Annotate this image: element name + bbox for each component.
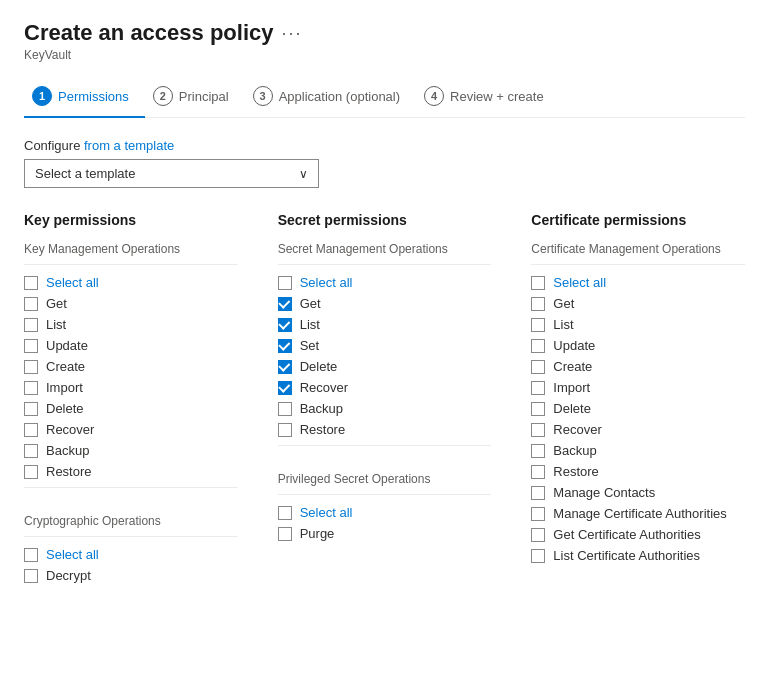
k-crypto-selectall-item[interactable]: Select all [24,547,238,562]
c-create-item[interactable]: Create [531,359,745,374]
s-set-item[interactable]: Set [278,338,492,353]
c-import-item[interactable]: Import [531,380,745,395]
tab-review-create[interactable]: 4 Review + create [416,78,560,118]
k-recover-item[interactable]: Recover [24,422,238,437]
k-update-item[interactable]: Update [24,338,238,353]
s-purge-checkbox[interactable] [278,527,292,541]
s-restore-item[interactable]: Restore [278,422,492,437]
k-list-checkbox[interactable] [24,318,38,332]
c-update-checkbox[interactable] [531,339,545,353]
tab-permissions[interactable]: 1 Permissions [24,78,145,118]
k-selectall-checkbox[interactable] [24,276,38,290]
secret-permissions-header: Secret permissions [278,212,492,228]
s-backup-checkbox[interactable] [278,402,292,416]
secret-mgmt-label: Secret Management Operations [278,242,492,256]
k-create-item[interactable]: Create [24,359,238,374]
step-4-circle: 4 [424,86,444,106]
tab-application[interactable]: 3 Application (optional) [245,78,416,118]
k-backup-item[interactable]: Backup [24,443,238,458]
s-get-checkbox[interactable] [278,297,292,311]
k-update-checkbox[interactable] [24,339,38,353]
k-backup-label: Backup [46,443,89,458]
c-backup-checkbox[interactable] [531,444,545,458]
c-restore-label: Restore [553,464,599,479]
tab-principal[interactable]: 2 Principal [145,78,245,118]
k-import-checkbox[interactable] [24,381,38,395]
c-listca-item[interactable]: List Certificate Authorities [531,548,745,563]
c-backup-item[interactable]: Backup [531,443,745,458]
c-recover-checkbox[interactable] [531,423,545,437]
c-getca-item[interactable]: Get Certificate Authorities [531,527,745,542]
c-selectall-item[interactable]: Select all [531,275,745,290]
s-get-label: Get [300,296,321,311]
s-selectall-checkbox[interactable] [278,276,292,290]
c-update-item[interactable]: Update [531,338,745,353]
c-managecontacts-checkbox[interactable] [531,486,545,500]
c-selectall-label: Select all [553,275,606,290]
tab-application-label: Application (optional) [279,89,400,104]
k-delete-item[interactable]: Delete [24,401,238,416]
c-get-checkbox[interactable] [531,297,545,311]
key-crypto-label: Cryptographic Operations [24,514,238,528]
c-restore-checkbox[interactable] [531,465,545,479]
c-restore-item[interactable]: Restore [531,464,745,479]
s-delete-checkbox[interactable] [278,360,292,374]
k-create-checkbox[interactable] [24,360,38,374]
s-priv-selectall-item[interactable]: Select all [278,505,492,520]
c-managecontacts-item[interactable]: Manage Contacts [531,485,745,500]
s-set-checkbox[interactable] [278,339,292,353]
k-decrypt-item[interactable]: Decrypt [24,568,238,583]
ellipsis-menu[interactable]: ··· [281,23,302,44]
k-update-label: Update [46,338,88,353]
s-get-item[interactable]: Get [278,296,492,311]
k-delete-checkbox[interactable] [24,402,38,416]
tab-principal-label: Principal [179,89,229,104]
template-dropdown[interactable]: Select a template ∨ [24,159,319,188]
s-priv-selectall-checkbox[interactable] [278,506,292,520]
k-get-checkbox[interactable] [24,297,38,311]
c-selectall-checkbox[interactable] [531,276,545,290]
c-getca-checkbox[interactable] [531,528,545,542]
c-delete-checkbox[interactable] [531,402,545,416]
key-mgmt-label: Key Management Operations [24,242,238,256]
k-list-item[interactable]: List [24,317,238,332]
tab-review-create-label: Review + create [450,89,544,104]
c-manageca-item[interactable]: Manage Certificate Authorities [531,506,745,521]
k-recover-checkbox[interactable] [24,423,38,437]
k-decrypt-label: Decrypt [46,568,91,583]
k-decrypt-checkbox[interactable] [24,569,38,583]
k-selectall-item[interactable]: Select all [24,275,238,290]
c-listca-checkbox[interactable] [531,549,545,563]
k-import-item[interactable]: Import [24,380,238,395]
s-restore-checkbox[interactable] [278,423,292,437]
c-delete-item[interactable]: Delete [531,401,745,416]
k-crypto-selectall-checkbox[interactable] [24,548,38,562]
c-manageca-checkbox[interactable] [531,507,545,521]
s-list-label: List [300,317,320,332]
s-purge-label: Purge [300,526,335,541]
s-recover-checkbox[interactable] [278,381,292,395]
s-list-checkbox[interactable] [278,318,292,332]
k-restore-checkbox[interactable] [24,465,38,479]
k-import-label: Import [46,380,83,395]
c-create-checkbox[interactable] [531,360,545,374]
k-get-label: Get [46,296,67,311]
c-import-checkbox[interactable] [531,381,545,395]
page-title: Create an access policy [24,20,273,46]
s-delete-item[interactable]: Delete [278,359,492,374]
c-list-checkbox[interactable] [531,318,545,332]
c-list-item[interactable]: List [531,317,745,332]
s-list-item[interactable]: List [278,317,492,332]
s-backup-item[interactable]: Backup [278,401,492,416]
k-restore-item[interactable]: Restore [24,464,238,479]
c-recover-item[interactable]: Recover [531,422,745,437]
s-recover-item[interactable]: Recover [278,380,492,395]
dropdown-arrow-icon: ∨ [299,167,308,181]
k-backup-checkbox[interactable] [24,444,38,458]
k-get-item[interactable]: Get [24,296,238,311]
c-get-item[interactable]: Get [531,296,745,311]
s-selectall-item[interactable]: Select all [278,275,492,290]
template-link[interactable]: from a template [84,138,174,153]
s-purge-item[interactable]: Purge [278,526,492,541]
template-section: Configure from a template Select a templ… [24,138,745,188]
